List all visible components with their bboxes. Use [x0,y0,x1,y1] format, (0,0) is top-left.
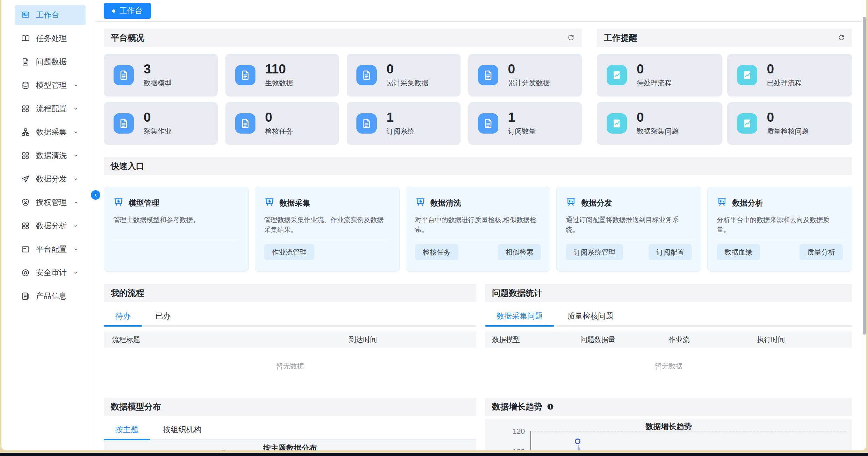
quick-card-data-cleaning[interactable]: 数据清洗 对平台中的数据进行质量检核,相似数据检索。 检核任务 相似检索 [406,187,551,272]
sidebar-collapse-button[interactable] [91,190,100,200]
stat-card-collected-data: 0 累计采集数据 [347,54,461,97]
board-chart-icon [717,197,727,209]
data-lineage-button[interactable]: 数据血缘 [717,244,760,260]
column-workflow: 作业流 [669,335,757,344]
active-dot-icon [112,9,115,13]
workbench-icon [21,10,30,20]
sidebar-item-product-info[interactable]: 产品信息 [15,286,86,306]
page-content: 平台概况 3 数据模型 [95,22,866,450]
file-icon [478,113,498,134]
board-chart-icon [113,197,124,209]
check-task-button[interactable]: 检核任务 [415,244,458,260]
quick-card-model-management[interactable]: 模型管理 管理主数据模型和参考数据。 [104,187,249,272]
sidebar-item-data-analysis[interactable]: 数据分析 [15,216,86,236]
sidebar-item-auth-management[interactable]: 授权管理 [15,192,86,213]
stat-card-pending-processes: 0 待处理流程 [597,54,722,97]
tab-quality-problems[interactable]: 质量检核问题 [556,307,625,325]
subscribe-system-management-button[interactable]: 订阅系统管理 [566,244,623,260]
stat-value: 0 [386,63,428,76]
file-icon [235,65,255,85]
info-icon[interactable] [547,403,554,411]
sidebar-item-data-collection[interactable]: 数据采集 [15,122,86,142]
quick-card-data-analysis[interactable]: 数据分析 分析平台中的数据来源和去向及数据质量。 数据血缘 质量分析 [707,187,852,272]
refresh-icon[interactable] [567,34,575,42]
trend-page-icon [737,113,757,134]
similarity-search-button[interactable]: 相似检索 [498,244,541,260]
stat-card-effective-data: 110 生效数据 [225,54,339,97]
stat-card-handled-processes: 0 已处理流程 [727,54,853,97]
document-icon [21,57,30,66]
stat-value: 0 [265,111,293,124]
sidebar-item-label: 数据分析 [36,221,67,231]
empty-state: 暂无数据 [104,348,476,387]
stat-value: 0 [767,63,802,76]
problem-stats-tabs: 数据采集问题 质量检核问题 [485,307,852,327]
scrollbar-thumb[interactable] [863,17,866,335]
grid-apps-icon [21,221,30,230]
stat-card-subscribe-systems: 1 订阅系统 [347,102,461,145]
stat-label: 数据采集问题 [637,127,679,136]
stat-value: 0 [144,111,172,124]
section-header: 工作提醒 [597,29,852,47]
tab-label: 工作台 [120,6,143,16]
at-sign-icon [21,268,30,277]
sidebar-item-workbench[interactable]: 工作台 [15,5,86,25]
stat-card-quality-problems: 0 质量检核问题 [727,102,853,145]
divider [566,240,692,240]
sidebar-item-platform-config[interactable]: 平台配置 [15,239,86,259]
sidebar-item-model-management[interactable]: 模型管理 [15,75,86,95]
stat-label: 检核任务 [265,127,293,136]
quality-analysis-button[interactable]: 质量分析 [800,244,843,260]
my-processes-tabs: 待办 已办 [104,307,476,327]
model-distribution-tabs: 按主题 按组织机构 [104,421,476,440]
tab-todo[interactable]: 待办 [104,307,142,325]
workflow-management-button[interactable]: 作业流管理 [264,244,314,260]
section-title: 数据增长趋势 [492,401,542,412]
sidebar-item-process-config[interactable]: 流程配置 [15,99,86,119]
section-title: 平台概况 [111,32,144,43]
column-data-model: 数据模型 [492,335,580,344]
section-header: 数据模型分布 [104,398,476,416]
stat-label: 采集作业 [144,127,172,136]
growth-trend-chart: 数据增长趋势 120 100 [485,419,852,450]
quick-card-data-collection[interactable]: 数据采集 管理数据采集作业流、作业流实例及数据采集结果。 作业流管理 [255,187,400,272]
tab-done[interactable]: 已办 [144,307,182,325]
section-title: 工作提醒 [604,32,637,43]
stat-card-check-tasks: 0 检核任务 [225,102,339,145]
quick-card-title: 数据清洗 [431,198,461,208]
tab-by-organization[interactable]: 按组织机构 [151,421,213,439]
sidebar-item-label: 数据采集 [36,127,67,137]
subscribe-config-button[interactable]: 订阅配置 [649,244,692,260]
database-icon [21,81,30,90]
grid-apps-icon [21,151,30,160]
board-chart-icon [264,197,275,209]
quick-card-data-distribution[interactable]: 数据分发 通过订阅配置将数据推送到目标业务系统。 订阅系统管理 订阅配置 [556,187,701,272]
vertical-scrollbar[interactable] [863,0,866,450]
section-title: 问题数据统计 [492,287,542,299]
sidebar-item-data-cleaning[interactable]: 数据清洗 [15,145,86,166]
trend-page-icon [607,65,627,85]
tab-collection-problems[interactable]: 数据采集问题 [485,307,554,325]
tab-workbench[interactable]: 工作台 [104,3,151,19]
chevron-down-icon [72,152,79,159]
bar-data-label: 2 [179,448,268,450]
quick-card-desc: 分析平台中的数据来源和去向及数据质量。 [717,215,843,234]
section-growth-trend: 数据增长趋势 数据增长趋势 120 100 [485,398,852,450]
task-book-icon [21,34,30,43]
sidebar-item-task-processing[interactable]: 任务处理 [15,28,86,49]
sidebar-item-label: 产品信息 [36,291,67,301]
sidebar-item-problem-data[interactable]: 问题数据 [15,52,86,72]
refresh-icon[interactable] [838,34,845,42]
file-icon [356,65,377,85]
empty-state: 暂无数据 [485,348,852,387]
sidebar-item-security-audit[interactable]: 安全审计 [15,263,86,283]
chevron-down-icon [72,176,79,183]
tab-by-subject[interactable]: 按主题 [104,421,150,439]
section-header: 问题数据统计 [485,284,852,302]
section-work-reminders: 工作提醒 0 待处理流程 [597,29,852,145]
sidebar-item-label: 问题数据 [36,57,67,67]
sidebar-item-data-distribution[interactable]: 数据分发 [15,169,86,189]
section-my-processes: 我的流程 待办 已办 流程标题 到达时间 暂无数据 [104,284,476,387]
section-problem-stats: 问题数据统计 数据采集问题 质量检核问题 数据模型 问题数据量 作业流 执行时间 [485,284,852,387]
quick-card-desc: 管理主数据模型和参考数据。 [113,215,239,225]
